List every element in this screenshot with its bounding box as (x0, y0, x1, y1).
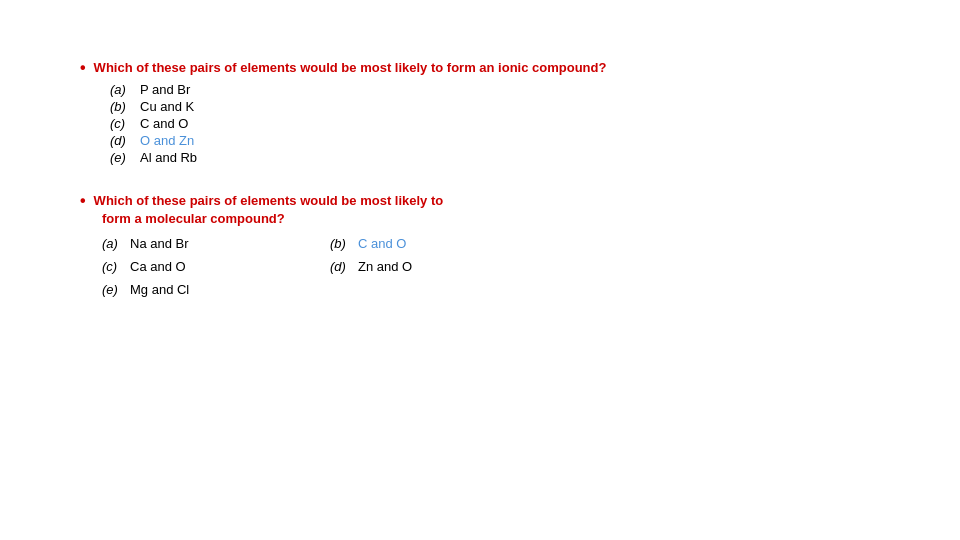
q1-option-a: (a) P and Br (110, 82, 880, 97)
q2-row-3: (e) Mg and Cl (102, 282, 880, 297)
page-content: • Which of these pairs of elements would… (0, 0, 960, 347)
q2-text-b: C and O (358, 236, 478, 251)
q2-bullet: • (80, 193, 86, 209)
q2-row-1: (a) Na and Br (b) C and O (102, 236, 880, 251)
q1-option-e: (e) Al and Rb (110, 150, 880, 165)
q2-text-d: Zn and O (358, 259, 478, 274)
q2-text-a: Na and Br (130, 236, 250, 251)
q1-title-text: Which of these pairs of elements would b… (94, 60, 607, 75)
q1-text-a: P and Br (140, 82, 190, 97)
q1-text-d: O and Zn (140, 133, 194, 148)
q1-bullet: • (80, 60, 86, 76)
q1-label-e: (e) (110, 150, 140, 165)
q2-label-d: (d) (330, 259, 358, 274)
q2-label-a: (a) (102, 236, 130, 251)
question-1-title: • Which of these pairs of elements would… (80, 60, 880, 76)
q1-label-d: (d) (110, 133, 140, 148)
question-2-block: • Which of these pairs of elements would… (80, 193, 880, 297)
q2-label-b: (b) (330, 236, 358, 251)
q1-text-e: Al and Rb (140, 150, 197, 165)
q1-option-d: (d) O and Zn (110, 133, 880, 148)
q1-option-c: (c) C and O (110, 116, 880, 131)
q2-label-c: (c) (102, 259, 130, 274)
q2-options: (a) Na and Br (b) C and O (c) Ca and O (… (102, 236, 880, 297)
q2-label-e: (e) (102, 282, 130, 297)
q1-label-a: (a) (110, 82, 140, 97)
q2-title-line2: form a molecular compound? (102, 211, 880, 226)
q2-text-c: Ca and O (130, 259, 250, 274)
q1-text-b: Cu and K (140, 99, 194, 114)
q1-option-b: (b) Cu and K (110, 99, 880, 114)
q2-row-2: (c) Ca and O (d) Zn and O (102, 259, 880, 274)
question-1-block: • Which of these pairs of elements would… (80, 60, 880, 165)
q1-label-b: (b) (110, 99, 140, 114)
q1-label-c: (c) (110, 116, 140, 131)
q1-options-list: (a) P and Br (b) Cu and K (c) C and O (d… (110, 82, 880, 165)
q2-title-line1: Which of these pairs of elements would b… (94, 193, 444, 208)
q1-text-c: C and O (140, 116, 188, 131)
q2-text-e: Mg and Cl (130, 282, 250, 297)
question-2-title: • Which of these pairs of elements would… (80, 193, 880, 209)
